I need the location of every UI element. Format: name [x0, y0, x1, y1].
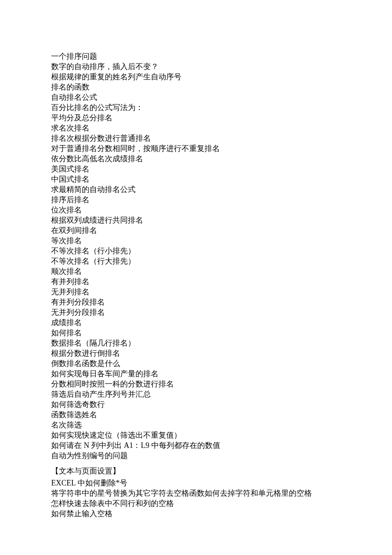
text-line: 百分比排名的公式写法为： — [51, 102, 341, 113]
text-line: 函数筛选姓名 — [51, 410, 341, 420]
text-line: 对于普通排名分数相同时，按顺序进行不重复排名 — [51, 143, 341, 154]
text-line: 有并列分段排名 — [51, 297, 341, 307]
text-line: 如何排名 — [51, 328, 341, 338]
text-line: 倒数排名函数是什么 — [51, 358, 341, 369]
text-line: 根据分数进行倒排名 — [51, 348, 341, 358]
text-line: 依分数比高低名次成绩排名 — [51, 154, 341, 164]
text-line: 如何筛选奇数行 — [51, 399, 341, 410]
text-line: 根据双列成绩进行共同排名 — [51, 215, 341, 225]
text-line: 美国式排名 — [51, 164, 341, 174]
text-line: 如何实现每日各车间产量的排名 — [51, 369, 341, 379]
text-line: 排名次根据分数进行普通排名 — [51, 133, 341, 143]
text-line: 数字的自动排序，插入后不变？ — [51, 61, 341, 72]
document-page: 一个排序问题 数字的自动排序，插入后不变？ 根据规律的重复的姓名列产生自动序号 … — [0, 0, 392, 555]
text-line: 名次筛选 — [51, 420, 341, 430]
text-line: 在双列间排名 — [51, 225, 341, 235]
section-heading: 【文本与页面设置】 — [51, 466, 341, 476]
text-line: 等次排名 — [51, 235, 341, 246]
text-line: 分数相同时按照一科的分数进行排名 — [51, 379, 341, 389]
text-line: 排序后排名 — [51, 195, 341, 205]
text-line: 不等次排名（行大排先） — [51, 256, 341, 266]
text-line: EXCEL 中如何删除*号 — [51, 478, 341, 488]
text-line: 顺次排名 — [51, 266, 341, 276]
text-line: 位次排名 — [51, 205, 341, 215]
text-line: 无并列排名 — [51, 287, 341, 297]
text-line: 成绩排名 — [51, 317, 341, 328]
text-line: 数据排名（隔几行排名） — [51, 338, 341, 348]
content-block-2: EXCEL 中如何删除*号 将字符串中的星号替换为其它字符去空格函数如何去掉字符… — [51, 478, 341, 519]
text-line: 怎样快速去除表中不同行和列的空格 — [51, 498, 341, 509]
text-line: 无并列分段排名 — [51, 307, 341, 317]
content-block-1: 一个排序问题 数字的自动排序，插入后不变？ 根据规律的重复的姓名列产生自动序号 … — [51, 51, 341, 461]
text-line: 筛选后自动产生序列号并汇总 — [51, 389, 341, 399]
text-line: 有并列排名 — [51, 276, 341, 287]
text-line: 排名的函数 — [51, 82, 341, 92]
text-line: 不等次排名（行小排先） — [51, 246, 341, 256]
text-line: 自动为性别编号的问题 — [51, 450, 341, 461]
text-line: 将字符串中的星号替换为其它字符去空格函数如何去掉字符和单元格里的空格 — [51, 488, 341, 498]
text-line: 求名次排名 — [51, 123, 341, 133]
text-line: 如何禁止输入空格 — [51, 509, 341, 519]
text-line: 求最精简的自动排名公式 — [51, 184, 341, 195]
text-line: 一个排序问题 — [51, 51, 341, 61]
text-line: 自动排名公式 — [51, 92, 341, 102]
text-line: 根据规律的重复的姓名列产生自动序号 — [51, 72, 341, 82]
text-line: 平均分及总分排名 — [51, 113, 341, 123]
text-line: 中国式排名 — [51, 174, 341, 184]
text-line: 如何实现快速定位（筛选出不重复值） — [51, 430, 341, 440]
text-line: 如何请在 N 列中列出 A1：L9 中每列都存在的数值 — [51, 440, 341, 450]
